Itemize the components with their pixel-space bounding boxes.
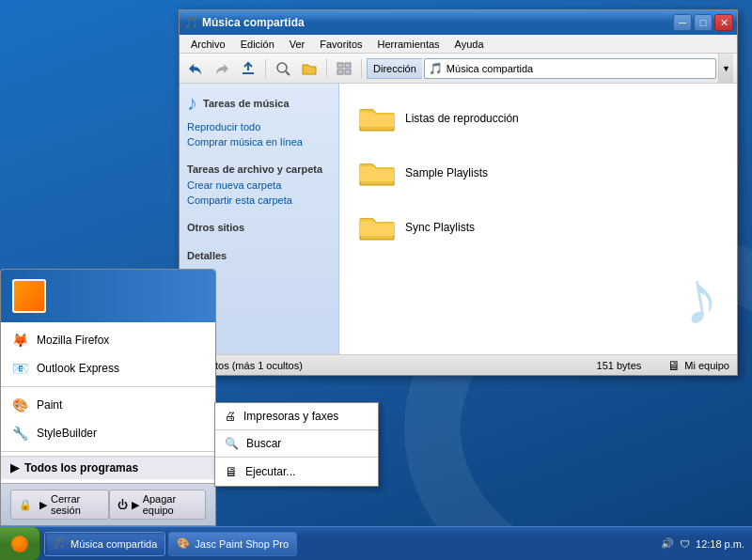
- arrow-logout-icon: ▶: [39, 499, 47, 511]
- music-tasks-header: Tareas de música: [203, 95, 290, 112]
- taskbar-paint-label: Jasc Paint Shop Pro: [195, 538, 289, 550]
- all-programs[interactable]: ▶ Todos los programas: [1, 456, 215, 479]
- minimize-button[interactable]: ─: [673, 14, 692, 31]
- svg-rect-4: [345, 63, 351, 68]
- stylebuilder-label: StyleBuilder: [37, 427, 97, 440]
- share-folder-link[interactable]: Compartir esta carpeta: [187, 193, 331, 208]
- start-menu-body: 🦊 Mozilla Firefox 📧 Outlook Express 🎨 Pa…: [1, 322, 215, 483]
- start-menu-programs: 🦊 Mozilla Firefox 📧 Outlook Express 🎨 Pa…: [1, 322, 215, 483]
- address-dropdown[interactable]: ▼: [718, 54, 733, 83]
- firefox-icon: 🦊: [10, 331, 29, 350]
- maximize-button[interactable]: □: [694, 14, 713, 31]
- status-location-text: Mi equipo: [684, 360, 729, 371]
- window-icon: 🎵: [183, 15, 198, 30]
- taskbar-paint[interactable]: 🎨 Jasc Paint Shop Pro: [168, 532, 297, 556]
- arrow-right-icon: ▶: [10, 461, 19, 474]
- taskbar-musica[interactable]: 🎵 Música compartida: [44, 532, 165, 556]
- folder-listas[interactable]: Listas de reproducción: [354, 99, 722, 138]
- menu-herramientas[interactable]: Herramientas: [370, 37, 447, 52]
- svg-rect-6: [345, 70, 351, 74]
- start-menu-footer: 🔒 ▶ Cerrar sesión ⏻ ▶ Apagar equipo: [1, 483, 215, 525]
- menu-bar: Archivo Edición Ver Favoritos Herramient…: [180, 35, 737, 54]
- svg-point-1: [277, 63, 287, 72]
- shutdown-button[interactable]: ⏻ ▶ Apagar equipo: [109, 490, 206, 520]
- folder-sync[interactable]: Sync Playlists: [354, 208, 722, 247]
- popup-run[interactable]: 🖥 Ejecutar...: [215, 460, 378, 483]
- start-stylebuilder[interactable]: 🔧 StyleBuilder: [1, 419, 215, 447]
- folder-sample[interactable]: Sample Playlists: [354, 153, 722, 193]
- right-content: Listas de reproducción Sample Playlists: [339, 84, 737, 354]
- folders-button[interactable]: [297, 56, 321, 81]
- music-tasks-section: ♪ Tareas de música Reproducir todo Compr…: [187, 91, 331, 149]
- arrow-shutdown-icon: ▶: [132, 499, 139, 511]
- popup-search[interactable]: 🔍 Buscar: [215, 433, 378, 454]
- details-header: Detalles: [187, 247, 331, 264]
- window-title: Música compartida: [202, 16, 669, 29]
- firefox-label: Mozilla Firefox: [37, 334, 109, 347]
- user-avatar: [12, 279, 46, 313]
- views-button[interactable]: [332, 56, 356, 81]
- start-firefox[interactable]: 🦊 Mozilla Firefox: [1, 326, 215, 354]
- taskbar-tasks: 🎵 Música compartida 🎨 Jasc Paint Shop Pr…: [40, 527, 653, 560]
- content-area: ♪ Tareas de música Reproducir todo Compr…: [180, 84, 737, 354]
- music-note-icon: ♪: [187, 91, 197, 116]
- svg-line-2: [286, 71, 290, 75]
- stylebuilder-icon: 🔧: [10, 424, 29, 443]
- folder-icon-listas: [358, 102, 396, 134]
- printer-icon: 🖨: [225, 410, 236, 423]
- buy-music-link[interactable]: Comprar música en línea: [187, 134, 331, 149]
- volume-icon[interactable]: 🔊: [661, 537, 674, 550]
- menu-separator: [1, 386, 215, 387]
- close-button[interactable]: ✕: [714, 14, 733, 31]
- address-value: Música compartida: [446, 63, 712, 74]
- taskbar-musica-icon: 🎵: [53, 537, 66, 550]
- address-bar[interactable]: 🎵 Música compartida: [424, 58, 716, 79]
- up-button[interactable]: [236, 56, 260, 81]
- outlook-label: Outlook Express: [37, 362, 119, 375]
- play-all-link[interactable]: Reproducir todo: [187, 119, 331, 134]
- folder-listas-label: Listas de reproducción: [405, 112, 519, 125]
- forward-button[interactable]: [210, 56, 234, 81]
- desktop: 🎵 Música compartida ─ □ ✕ Archivo Edició…: [0, 0, 752, 560]
- status-bar: 3 objetos (más 1 ocultos) 151 bytes 🖥 Mi…: [180, 354, 737, 375]
- status-location: 🖥 Mi equipo: [667, 358, 729, 373]
- start-button[interactable]: [0, 527, 40, 560]
- svg-rect-3: [337, 63, 343, 68]
- popup-printers[interactable]: 🖨 Impresoras y faxes: [215, 406, 378, 427]
- popup-menu: 🖨 Impresoras y faxes 🔍 Buscar 🖥 Ejecutar…: [214, 402, 379, 487]
- start-menu-header: [1, 270, 215, 322]
- menu-archivo[interactable]: Archivo: [183, 37, 233, 52]
- search-button[interactable]: [271, 56, 295, 81]
- menu-favoritos[interactable]: Favoritos: [312, 37, 369, 52]
- start-menu: 🦊 Mozilla Firefox 📧 Outlook Express 🎨 Pa…: [0, 269, 216, 526]
- logout-button[interactable]: 🔒 ▶ Cerrar sesión: [10, 490, 109, 520]
- apagar-label: Apagar equipo: [143, 493, 197, 516]
- popup-separator-2: [215, 457, 378, 458]
- music-watermark: ♪: [674, 257, 724, 338]
- back-button[interactable]: [183, 56, 208, 81]
- antivirus-icon: 🛡: [680, 538, 690, 550]
- popup-separator-1: [215, 429, 378, 430]
- run-icon: 🖥: [225, 464, 238, 479]
- taskbar-clock: 12:18 p.m.: [696, 538, 744, 550]
- popup-search-label: Buscar: [246, 437, 281, 450]
- new-folder-link[interactable]: Crear nueva carpeta: [187, 178, 331, 193]
- menu-ver[interactable]: Ver: [282, 37, 313, 52]
- svg-rect-5: [337, 70, 343, 74]
- status-objects: 3 objetos (más 1 ocultos): [187, 360, 571, 371]
- taskbar: 🎵 Música compartida 🎨 Jasc Paint Shop Pr…: [0, 526, 752, 560]
- start-outlook[interactable]: 📧 Outlook Express: [1, 354, 215, 382]
- svg-rect-0: [243, 72, 254, 74]
- start-paint[interactable]: 🎨 Paint: [1, 391, 215, 419]
- all-programs-label: Todos los programas: [24, 461, 138, 474]
- paint-label: Paint: [37, 398, 62, 412]
- computer-icon: 🖥: [667, 358, 681, 373]
- menu-ayuda[interactable]: Ayuda: [447, 37, 492, 52]
- taskbar-right: 🔊 🛡 12:18 p.m.: [653, 537, 752, 550]
- details-section: Detalles: [187, 247, 331, 264]
- toolbar-separator-2: [326, 59, 327, 78]
- menu-edicion[interactable]: Edición: [233, 37, 282, 52]
- folder-icon-sample: [358, 157, 396, 189]
- taskbar-paint-icon: 🎨: [177, 537, 190, 550]
- power-icon: ⏻: [118, 499, 128, 510]
